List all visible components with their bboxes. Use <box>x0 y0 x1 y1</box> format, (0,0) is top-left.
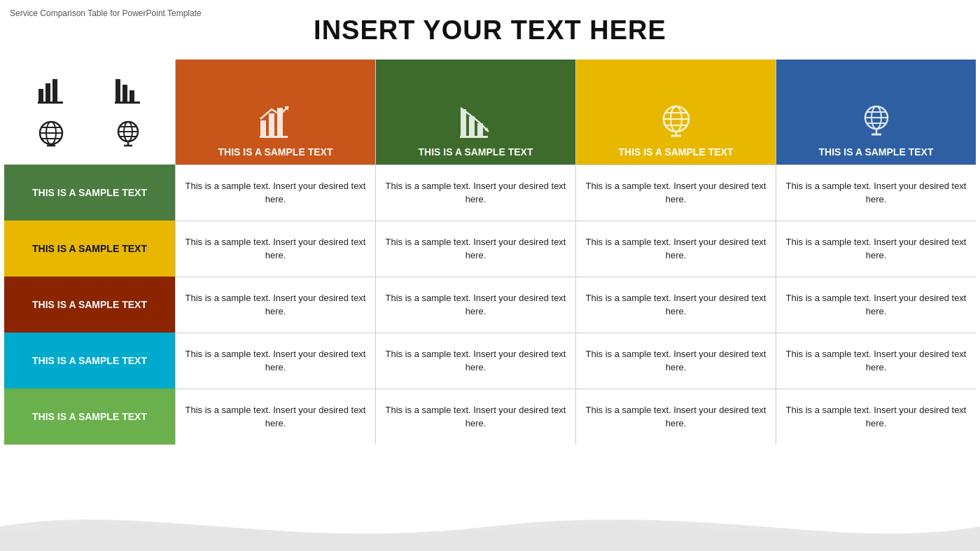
svg-rect-22 <box>260 120 266 136</box>
col-header-3: THIS IS A SAMPLE TEXT <box>776 60 976 165</box>
cell-1-3: This is a sample text. Insert your desir… <box>776 221 976 277</box>
col-header-icon-3 <box>858 104 895 142</box>
col-header-icon-1 <box>458 104 494 142</box>
svg-rect-30 <box>460 136 488 138</box>
wave-decoration <box>0 502 980 551</box>
col-header-label-3: THIS IS A SAMPLE TEXT <box>819 146 934 158</box>
row-label-1: THIS IS A SAMPLE TEXT <box>4 221 175 277</box>
svg-rect-0 <box>38 89 43 102</box>
cell-4-0: This is a sample text. Insert your desir… <box>176 389 375 445</box>
col-header-2: THIS IS A SAMPLE TEXT <box>576 60 776 165</box>
col-header-1: THIS IS A SAMPLE TEXT <box>376 60 575 165</box>
cell-1-2: This is a sample text. Insert your desir… <box>576 221 776 277</box>
cell-3-1: This is a sample text. Insert your desir… <box>376 333 575 389</box>
row-label-0: THIS IS A SAMPLE TEXT <box>4 165 175 221</box>
cell-0-0: This is a sample text. Insert your desir… <box>176 165 375 221</box>
cell-0-3: This is a sample text. Insert your desir… <box>776 165 976 221</box>
cell-4-1: This is a sample text. Insert your desir… <box>376 389 575 445</box>
cell-1-1: This is a sample text. Insert your desir… <box>376 221 575 277</box>
data-col-3: THIS IS A SAMPLE TEXTThis is a sample te… <box>776 60 976 445</box>
bar-chart-up-icon <box>36 75 66 106</box>
data-col-1: THIS IS A SAMPLE TEXTThis is a sample te… <box>375 60 575 445</box>
cell-4-2: This is a sample text. Insert your desir… <box>576 389 776 445</box>
col-header-label-0: THIS IS A SAMPLE TEXT <box>218 146 333 158</box>
svg-rect-3 <box>38 102 63 104</box>
cell-3-3: This is a sample text. Insert your desir… <box>776 333 976 389</box>
svg-rect-25 <box>260 136 288 138</box>
svg-rect-2 <box>52 79 57 102</box>
row-label-3: THIS IS A SAMPLE TEXT <box>4 333 175 389</box>
svg-rect-1 <box>46 83 50 102</box>
col-header-label-2: THIS IS A SAMPLE TEXT <box>619 146 734 158</box>
svg-rect-23 <box>269 113 274 136</box>
cell-2-2: This is a sample text. Insert your desir… <box>576 277 776 333</box>
globe-stand-icon <box>113 119 144 150</box>
svg-rect-7 <box>115 102 140 104</box>
bar-chart-down-icon <box>113 75 144 106</box>
globe-filled-icon <box>36 119 66 150</box>
icon-panel <box>4 60 175 165</box>
cell-2-0: This is a sample text. Insert your desir… <box>176 277 375 333</box>
data-columns: THIS IS A SAMPLE TEXTThis is a sample te… <box>175 60 976 445</box>
watermark-label: Service Comparison Table for PowerPoint … <box>10 8 202 18</box>
col-header-icon-2 <box>658 104 694 142</box>
svg-rect-28 <box>469 116 475 136</box>
data-col-2: THIS IS A SAMPLE TEXTThis is a sample te… <box>575 60 776 445</box>
main-table: THIS IS A SAMPLE TEXTTHIS IS A SAMPLE TE… <box>0 60 980 445</box>
svg-rect-6 <box>130 90 134 102</box>
svg-rect-5 <box>122 85 127 102</box>
svg-rect-4 <box>115 79 120 102</box>
cell-0-1: This is a sample text. Insert your desir… <box>376 165 575 221</box>
data-col-0: THIS IS A SAMPLE TEXTThis is a sample te… <box>175 60 375 445</box>
cell-0-2: This is a sample text. Insert your desir… <box>576 165 776 221</box>
row-label-2: THIS IS A SAMPLE TEXT <box>4 277 175 333</box>
row-label-4: THIS IS A SAMPLE TEXT <box>4 389 175 445</box>
svg-rect-27 <box>461 109 466 136</box>
col-header-0: THIS IS A SAMPLE TEXT <box>176 60 375 165</box>
cell-1-0: This is a sample text. Insert your desir… <box>176 221 375 277</box>
row-labels: THIS IS A SAMPLE TEXTTHIS IS A SAMPLE TE… <box>4 165 175 445</box>
cell-3-0: This is a sample text. Insert your desir… <box>176 333 375 389</box>
cell-2-1: This is a sample text. Insert your desir… <box>376 277 575 333</box>
col-header-icon-0 <box>258 104 294 142</box>
left-column: THIS IS A SAMPLE TEXTTHIS IS A SAMPLE TE… <box>4 60 175 445</box>
cell-3-2: This is a sample text. Insert your desir… <box>576 333 776 389</box>
cell-2-3: This is a sample text. Insert your desir… <box>776 277 976 333</box>
col-header-label-1: THIS IS A SAMPLE TEXT <box>419 146 533 158</box>
cell-4-3: This is a sample text. Insert your desir… <box>776 389 976 445</box>
